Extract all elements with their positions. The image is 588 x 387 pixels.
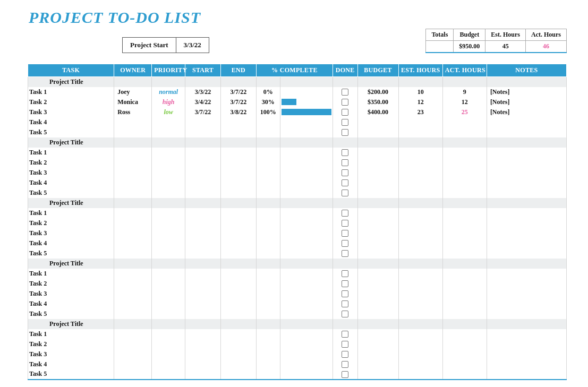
act-cell[interactable]: 12 — [442, 97, 487, 107]
start-cell[interactable] — [185, 238, 221, 248]
end-cell[interactable] — [220, 238, 256, 248]
section-title[interactable]: Project Title — [28, 137, 114, 148]
budget-cell[interactable] — [357, 218, 398, 228]
pct-cell[interactable] — [256, 208, 280, 218]
notes-cell[interactable] — [487, 279, 566, 289]
done-checkbox[interactable] — [342, 311, 348, 317]
pct-cell[interactable] — [256, 279, 280, 289]
priority-cell[interactable] — [152, 117, 185, 127]
owner-cell[interactable] — [114, 218, 152, 228]
end-cell[interactable] — [220, 208, 256, 218]
budget-cell[interactable] — [357, 299, 398, 309]
notes-cell[interactable] — [487, 299, 566, 309]
est-cell[interactable] — [398, 148, 442, 158]
task-name[interactable]: Task 5 — [28, 248, 114, 259]
end-cell[interactable] — [220, 188, 256, 198]
owner-cell[interactable] — [114, 339, 152, 349]
est-cell[interactable] — [398, 218, 442, 228]
budget-cell[interactable] — [357, 329, 398, 339]
pct-cell[interactable] — [256, 238, 280, 248]
notes-cell[interactable] — [487, 248, 566, 259]
act-cell[interactable] — [442, 329, 487, 339]
pct-cell[interactable] — [256, 117, 280, 127]
priority-cell[interactable] — [152, 158, 185, 168]
end-cell[interactable]: 3/7/22 — [220, 97, 256, 107]
pct-cell[interactable]: 0% — [256, 87, 280, 97]
priority-cell[interactable] — [152, 148, 185, 158]
est-cell[interactable] — [398, 349, 442, 359]
budget-cell[interactable] — [357, 269, 398, 279]
task-name[interactable]: Task 3 — [28, 107, 114, 117]
owner-cell[interactable] — [114, 117, 152, 127]
owner-cell[interactable] — [114, 148, 152, 158]
act-cell[interactable] — [442, 359, 487, 369]
start-cell[interactable] — [185, 299, 221, 309]
task-name[interactable]: Task 4 — [28, 359, 114, 369]
pct-cell[interactable] — [256, 339, 280, 349]
notes-cell[interactable]: [Notes] — [487, 107, 566, 117]
budget-cell[interactable] — [357, 228, 398, 238]
owner-cell[interactable] — [114, 188, 152, 198]
budget-cell[interactable] — [357, 188, 398, 198]
est-cell[interactable] — [398, 158, 442, 168]
budget-cell[interactable]: $400.00 — [357, 107, 398, 117]
task-name[interactable]: Task 1 — [28, 148, 114, 158]
est-cell[interactable] — [398, 168, 442, 178]
section-title[interactable]: Project Title — [28, 198, 114, 208]
end-cell[interactable] — [220, 178, 256, 188]
act-cell[interactable] — [442, 299, 487, 309]
act-cell[interactable] — [442, 218, 487, 228]
priority-cell[interactable] — [152, 208, 185, 218]
end-cell[interactable] — [220, 127, 256, 137]
notes-cell[interactable] — [487, 208, 566, 218]
end-cell[interactable] — [220, 299, 256, 309]
start-cell[interactable]: 3/3/22 — [185, 87, 221, 97]
start-cell[interactable] — [185, 168, 221, 178]
done-checkbox[interactable] — [342, 129, 348, 136]
task-name[interactable]: Task 4 — [28, 117, 114, 127]
done-checkbox[interactable] — [342, 371, 348, 378]
act-cell[interactable] — [442, 158, 487, 168]
done-checkbox[interactable] — [342, 280, 348, 287]
start-cell[interactable] — [185, 158, 221, 168]
owner-cell[interactable] — [114, 238, 152, 248]
budget-cell[interactable] — [357, 309, 398, 319]
task-name[interactable]: Task 2 — [28, 279, 114, 289]
pct-cell[interactable] — [256, 289, 280, 299]
priority-cell[interactable] — [152, 248, 185, 259]
est-cell[interactable] — [398, 248, 442, 259]
task-name[interactable]: Task 2 — [28, 339, 114, 349]
est-cell[interactable] — [398, 309, 442, 319]
end-cell[interactable] — [220, 248, 256, 259]
owner-cell[interactable] — [114, 228, 152, 238]
end-cell[interactable] — [220, 269, 256, 279]
pct-cell[interactable]: 100% — [256, 107, 280, 117]
task-name[interactable]: Task 4 — [28, 178, 114, 188]
pct-cell[interactable] — [256, 228, 280, 238]
notes-cell[interactable] — [487, 178, 566, 188]
owner-cell[interactable] — [114, 369, 152, 380]
done-checkbox[interactable] — [342, 290, 348, 297]
task-name[interactable]: Task 5 — [28, 188, 114, 198]
priority-cell[interactable] — [152, 309, 185, 319]
est-cell[interactable] — [398, 369, 442, 380]
est-cell[interactable] — [398, 299, 442, 309]
act-cell[interactable] — [442, 188, 487, 198]
act-cell[interactable] — [442, 369, 487, 380]
done-checkbox[interactable] — [342, 270, 348, 277]
priority-cell[interactable]: normal — [152, 87, 185, 97]
task-name[interactable]: Task 2 — [28, 158, 114, 168]
owner-cell[interactable] — [114, 289, 152, 299]
start-cell[interactable] — [185, 269, 221, 279]
task-name[interactable]: Task 1 — [28, 208, 114, 218]
priority-cell[interactable]: high — [152, 97, 185, 107]
end-cell[interactable] — [220, 228, 256, 238]
start-cell[interactable] — [185, 329, 221, 339]
act-cell[interactable] — [442, 168, 487, 178]
end-cell[interactable] — [220, 168, 256, 178]
notes-cell[interactable] — [487, 168, 566, 178]
budget-cell[interactable] — [357, 238, 398, 248]
task-name[interactable]: Task 5 — [28, 369, 114, 380]
pct-cell[interactable] — [256, 359, 280, 369]
priority-cell[interactable] — [152, 279, 185, 289]
